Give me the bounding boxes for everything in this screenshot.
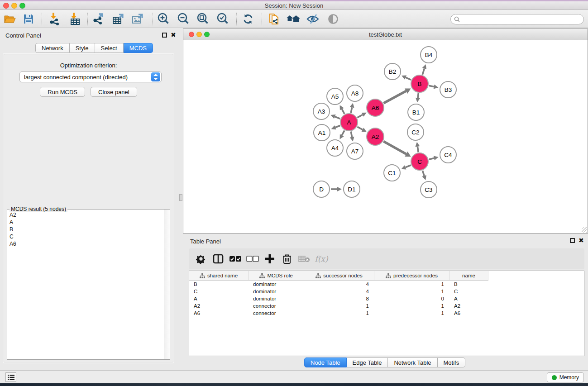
run-mcds-button[interactable]: Run MCDS (40, 87, 85, 97)
close-table-panel-icon[interactable]: ✖ (578, 238, 584, 243)
export-network-icon[interactable] (91, 12, 106, 26)
graph-edge[interactable] (429, 86, 434, 86)
column-header-name[interactable]: name (449, 271, 488, 280)
graph-node-B1[interactable]: B1 (407, 104, 425, 121)
export-table-icon[interactable] (110, 12, 126, 26)
table-row[interactable]: A6connector11A6 (189, 310, 488, 317)
table-cell[interactable]: B (449, 281, 488, 288)
graph-edge[interactable] (357, 127, 363, 129)
function-builder-icon[interactable]: f(x) (313, 254, 330, 263)
tab-mcds[interactable]: MCDS (124, 43, 153, 53)
result-scrollbar[interactable] (164, 210, 170, 359)
graph-node-C[interactable]: C (411, 152, 429, 171)
graph-node-A1[interactable]: A1 (313, 124, 330, 141)
result-list-item[interactable]: B (7, 226, 164, 233)
graph-edge[interactable] (342, 130, 344, 135)
network-canvas[interactable]: B4B2BB3A5A8A6B1A3AC2A1A2A4A7C4CC1C3DD1 (183, 40, 588, 233)
table-cell[interactable]: connector (249, 303, 304, 310)
criterion-dropdown[interactable]: largest connected component (directed) (19, 71, 162, 82)
table-cell[interactable]: 0 (374, 295, 449, 303)
zoom-fit-icon[interactable] (195, 12, 210, 26)
graph-edge[interactable] (418, 93, 418, 98)
graph-node-C1[interactable]: C1 (383, 164, 401, 181)
table-cell[interactable]: A2 (189, 303, 249, 310)
table-cell[interactable]: A6 (449, 310, 488, 317)
column-header-predecessor-nodes[interactable]: predecessor nodes (374, 271, 449, 280)
float-panel-icon[interactable] (162, 33, 167, 38)
table-cell[interactable]: A6 (189, 310, 249, 317)
save-session-icon[interactable] (21, 12, 36, 26)
graph-node-B3[interactable]: B3 (440, 81, 457, 98)
column-header-successor-nodes[interactable]: successor nodes (304, 271, 374, 280)
graph-edge[interactable] (406, 165, 411, 167)
graph-node-A4[interactable]: A4 (326, 139, 344, 157)
graph-edge[interactable] (351, 132, 352, 137)
graph-node-A3[interactable]: A3 (313, 103, 330, 120)
graph-node-C3[interactable]: C3 (420, 181, 437, 198)
export-image-icon[interactable] (130, 12, 145, 26)
table-cell[interactable]: A2 (449, 303, 488, 310)
table-cell[interactable]: 1 (374, 288, 449, 295)
column-header-MCDS-role[interactable]: MCDS role (249, 271, 304, 280)
resize-grip[interactable] (582, 227, 587, 233)
tab-network-table[interactable]: Network Table (388, 357, 437, 367)
tab-select[interactable]: Select (95, 43, 124, 53)
network-window-titlebar[interactable]: testGlobe.txt (183, 29, 588, 40)
graph-node-A5[interactable]: A5 (326, 88, 344, 105)
graph-node-C2[interactable]: C2 (407, 124, 424, 141)
select-all-rows-icon[interactable] (227, 256, 244, 262)
result-list-item[interactable]: A (7, 219, 164, 226)
table-row[interactable]: Cdominator41C (189, 288, 488, 295)
column-header-shared-name[interactable]: shared name (189, 271, 249, 280)
graph-edge[interactable] (335, 117, 340, 119)
graph-node-B4[interactable]: B4 (420, 46, 437, 63)
import-network-icon[interactable] (47, 12, 62, 26)
tab-edge-table[interactable]: Edge Table (347, 357, 388, 367)
table-cell[interactable]: 1 (374, 303, 449, 310)
graph-edge[interactable] (357, 114, 363, 117)
table-cell[interactable]: 4 (304, 281, 374, 288)
refresh-icon[interactable] (240, 12, 256, 26)
splitter-handle[interactable] (179, 194, 182, 201)
table-cell[interactable]: C (449, 288, 488, 295)
task-history-button[interactable] (5, 372, 16, 382)
zoom-selected-icon[interactable] (215, 12, 230, 26)
graph-edge[interactable] (342, 109, 344, 114)
graph-node-B2[interactable]: B2 (384, 63, 401, 80)
table-cell[interactable]: A (449, 295, 488, 303)
table-cell[interactable]: A (189, 295, 249, 303)
home-networks-icon[interactable] (286, 12, 301, 26)
show-eye-icon[interactable] (325, 12, 341, 26)
table-row[interactable]: Adominator80A (189, 295, 488, 303)
result-list-item[interactable]: C (7, 233, 164, 240)
show-columns-icon[interactable] (210, 254, 227, 264)
zoom-out-icon[interactable] (176, 12, 191, 26)
graph-edge[interactable] (383, 141, 406, 154)
table-cell[interactable]: 1 (374, 281, 449, 288)
graph-node-A[interactable]: A (340, 113, 358, 131)
open-file-icon[interactable] (2, 12, 18, 26)
table-cell[interactable]: B (189, 281, 249, 288)
graph-edge[interactable] (351, 107, 352, 113)
table-cell[interactable]: 4 (304, 288, 374, 295)
graph-node-A6[interactable]: A6 (366, 99, 384, 117)
graph-node-D[interactable]: D (313, 181, 330, 198)
table-row[interactable]: A2connector11A2 (189, 303, 488, 310)
graph-node-B[interactable]: B (411, 75, 429, 93)
tab-network[interactable]: Network (35, 43, 70, 53)
graph-node-A8[interactable]: A8 (346, 85, 363, 102)
deselect-all-rows-icon[interactable] (244, 256, 261, 262)
close-panel-icon[interactable]: ✖ (171, 33, 176, 38)
import-table-icon[interactable] (67, 12, 83, 26)
table-cell[interactable]: dominator (249, 295, 304, 303)
close-panel-button[interactable]: Close panel (91, 87, 137, 97)
tab-motifs[interactable]: Motifs (438, 357, 466, 367)
delete-table-icon[interactable] (296, 255, 313, 262)
zoom-in-icon[interactable] (156, 12, 171, 26)
graph-edge[interactable] (335, 126, 340, 128)
graph-edge[interactable] (422, 69, 424, 75)
table-cell[interactable]: connector (249, 310, 304, 317)
graph-edge[interactable] (429, 158, 434, 159)
table-cell[interactable]: C (189, 288, 249, 295)
graph-node-A7[interactable]: A7 (346, 143, 363, 160)
